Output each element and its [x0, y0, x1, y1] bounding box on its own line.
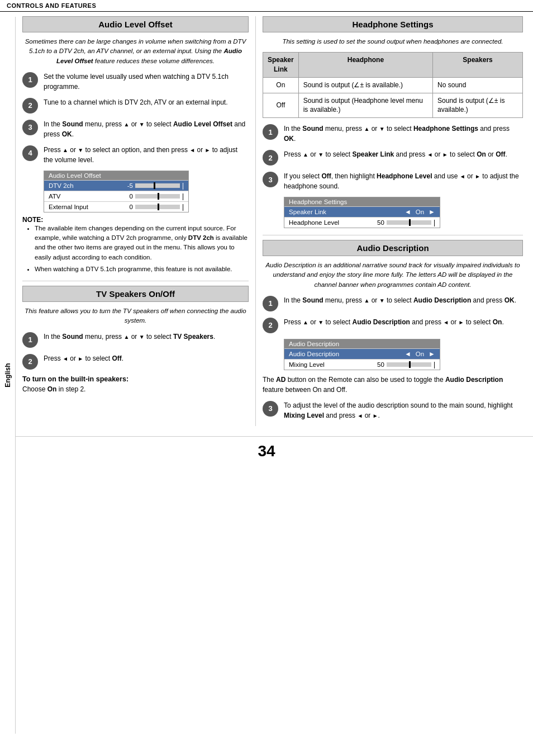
page-number: 34: [0, 436, 533, 464]
table-row-on: On Sound is output (∠± is available.) No…: [263, 77, 523, 93]
ad-step-1-text: In the Sound menu, press or to select Au…: [284, 295, 523, 305]
row-off-link: Off: [263, 93, 299, 118]
audio-level-offset-intro: Sometimes there can be large changes in …: [22, 37, 249, 66]
headphone-table: SpeakerLink Headphone Speakers On Sound …: [263, 52, 523, 118]
ad-step-num-2: 2: [263, 318, 278, 333]
col-headphone: Headphone: [298, 53, 432, 78]
alo-step-1: 1 Set the volume level usually used when…: [22, 72, 249, 92]
ad-menu-box: Audio Description Audio Description ◄ On…: [284, 339, 440, 370]
ad-step-2-text: Press or to select Audio Description and…: [284, 317, 523, 327]
tv-speakers-section: TV Speakers On/Off This feature allows y…: [22, 286, 249, 393]
tv-speakers-title: TV Speakers On/Off: [22, 286, 249, 302]
ad-note-text: The AD button on the Remote can also be …: [263, 375, 523, 395]
note-item-2: When watching a DTV 5.1ch programme, thi…: [35, 264, 249, 274]
ad-menu-row-mixing-level: Mixing Level 50 |: [284, 359, 440, 370]
ad-menu-header: Audio Description: [284, 339, 440, 348]
ad-step-3: 3 To adjust the level of the audio descr…: [263, 400, 523, 420]
left-divider: [22, 281, 249, 281]
ad-menu-row-audio-desc: Audio Description ◄ On ►: [284, 348, 440, 359]
alo-external-label: External Input: [49, 204, 126, 210]
headphone-settings-section: Headphone Settings This setting is used …: [263, 16, 523, 228]
audio-description-intro: Audio Description is an additional narra…: [263, 261, 523, 290]
row-off-speakers: Sound is output (∠± is available.): [433, 93, 523, 118]
col-speaker-link: SpeakerLink: [263, 53, 299, 78]
top-bar: CONTROLS AND FEATURES: [0, 0, 533, 12]
hs-step-2: 2 Press or to select Speaker Link and pr…: [263, 149, 523, 166]
tvs-step-1: 1 In the Sound menu, press or to select …: [22, 332, 249, 348]
hs-menu-row-speaker-link: Speaker Link ◄ On ►: [284, 206, 440, 217]
audio-level-offset-section: Audio Level Offset Sometimes there can b…: [22, 16, 249, 274]
sidebar-label: English: [4, 363, 12, 387]
alo-menu-row-external: External Input 0 |: [44, 201, 188, 212]
alo-menu-row-atv: ATV 0 |: [44, 191, 188, 201]
headphone-settings-title: Headphone Settings: [263, 16, 523, 32]
hs-step-1-text: In the Sound menu, press or to select He…: [284, 124, 523, 144]
col-speakers: Speakers: [433, 53, 523, 78]
tvs-step-num-2: 2: [22, 354, 38, 370]
row-on-speakers: No sound: [433, 77, 523, 93]
right-divider: [263, 235, 523, 235]
alo-menu-box: Audio Level Offset DTV 2ch -5 | ATV 0: [44, 171, 189, 212]
alo-menu-row-dtv: DTV 2ch -5 |: [44, 180, 188, 191]
alo-step-4-text: Press or to select an option, and then p…: [44, 145, 249, 165]
tvs-step-1-text: In the Sound menu, press or to select TV…: [44, 332, 249, 342]
note-item-1: The available item changes depending on …: [35, 224, 249, 262]
tv-speakers-intro: This feature allows you to turn the TV s…: [22, 306, 249, 326]
ad-step-3-text: To adjust the level of the audio descrip…: [284, 400, 523, 420]
headphone-settings-intro: This setting is used to set the sound ou…: [263, 37, 523, 46]
ad-step-num-3: 3: [263, 401, 278, 417]
alo-note-list: The available item changes depending on …: [28, 224, 249, 274]
ad-step-num-1: 1: [263, 296, 278, 311]
alo-step-1-text: Set the volume level usually used when w…: [44, 72, 249, 92]
page-container: CONTROLS AND FEATURES English Audio Leve…: [0, 0, 533, 756]
sidebar-english: English: [0, 17, 16, 734]
hs-menu-box: Headphone Settings Speaker Link ◄ On ► H…: [284, 197, 440, 228]
row-off-headphone: Sound is output (Headphone level menu is…: [298, 93, 432, 118]
alo-step-4: 4 Press or to select an option, and then…: [22, 145, 249, 165]
tvs-step-2: 2 Press or to select Off.: [22, 353, 249, 370]
alo-menu-header: Audio Level Offset: [44, 171, 188, 180]
hs-step-num-1: 1: [263, 124, 278, 140]
tvs-turn-on-heading: To turn on the built-in speakers:: [22, 375, 249, 383]
ad-step-1: 1 In the Sound menu, press or to select …: [263, 295, 523, 311]
hs-menu-row-headphone-level: Headphone Level 50 |: [284, 217, 440, 228]
hs-menu-header: Headphone Settings: [284, 197, 440, 206]
hs-step-2-text: Press or to select Speaker Link and pres…: [284, 149, 523, 159]
row-on-headphone: Sound is output (∠± is available.): [298, 77, 432, 93]
row-on-link: On: [263, 77, 299, 93]
tvs-step-num-1: 1: [22, 332, 38, 348]
audio-description-title: Audio Description: [263, 240, 523, 256]
tvs-step-2-text: Press or to select Off.: [44, 353, 249, 363]
tvs-choose-text: Choose On in step 2.: [22, 385, 249, 393]
hs-step-num-3: 3: [263, 172, 278, 187]
step-num-2: 2: [22, 98, 38, 114]
alo-step-3-text: In the Sound menu, press or to select Au…: [44, 119, 249, 139]
step-num-3: 3: [22, 120, 38, 135]
step-num-4: 4: [22, 145, 38, 161]
hs-step-3-text: If you select Off, then highlight Headph…: [284, 171, 523, 191]
alo-step-3: 3 In the Sound menu, press or to select …: [22, 119, 249, 139]
hs-step-3: 3 If you select Off, then highlight Head…: [263, 171, 523, 191]
step-num-1: 1: [22, 72, 38, 88]
alo-step-2: 2 Tune to a channel which is DTV 2ch, AT…: [22, 97, 249, 114]
hs-step-num-2: 2: [263, 150, 278, 166]
audio-description-section: Audio Description Audio Description is a…: [263, 240, 523, 420]
ad-step-2: 2 Press or to select Audio Description a…: [263, 317, 523, 333]
controls-features-label: CONTROLS AND FEATURES: [7, 2, 96, 9]
left-column: Audio Level Offset Sometimes there can b…: [16, 16, 256, 426]
audio-level-offset-title: Audio Level Offset: [22, 16, 249, 32]
right-column: Headphone Settings This setting is used …: [256, 16, 530, 426]
hs-step-1: 1 In the Sound menu, press or to select …: [263, 124, 523, 144]
alo-step-2-text: Tune to a channel which is DTV 2ch, ATV …: [44, 97, 249, 107]
alo-note: NOTE: The available item changes dependi…: [22, 216, 249, 274]
table-row-off: Off Sound is output (Headphone level men…: [263, 93, 523, 118]
main-content: Audio Level Offset Sometimes there can b…: [16, 12, 533, 431]
